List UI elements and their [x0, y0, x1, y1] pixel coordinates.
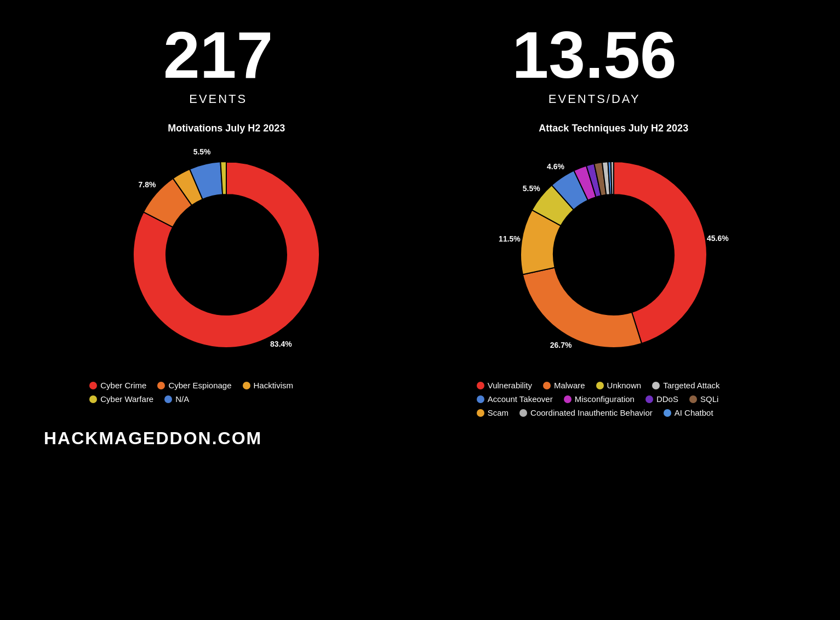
events-stat: 217 EVENTS — [163, 22, 273, 106]
legend-item: N/A — [164, 394, 189, 404]
svg-text:83.4%: 83.4% — [270, 340, 292, 348]
legend-item: Coordinated Inauthentic Behavior — [519, 408, 653, 417]
motivations-donut: 83.4%7.8%5.5% — [111, 140, 341, 370]
legend-label: Unknown — [607, 381, 642, 390]
top-stats: 217 EVENTS 13.56 EVENTS/DAY — [0, 0, 840, 117]
techniques-chart: Attack Techniques July H2 2023 45.6%26.7… — [427, 123, 800, 417]
events-per-day-number: 13.56 — [512, 22, 677, 88]
svg-text:26.7%: 26.7% — [550, 341, 572, 349]
svg-text:5.5%: 5.5% — [193, 147, 211, 156]
events-per-day-label: EVENTS/DAY — [512, 92, 677, 106]
legend-item: Targeted Attack — [652, 381, 719, 390]
svg-text:11.5%: 11.5% — [499, 234, 521, 243]
legend-label: AI Chatbot — [675, 408, 713, 417]
legend-dot — [652, 382, 660, 389]
brand-label: HACKMAGEDDON.COM — [44, 428, 262, 449]
legend-label: Scam — [488, 408, 508, 417]
legend-label: Misconfiguration — [575, 394, 635, 404]
legend-dot — [664, 409, 671, 417]
legend-dot — [564, 395, 572, 403]
legend-dot — [164, 395, 172, 403]
legend-item: AI Chatbot — [664, 408, 713, 417]
legend-label: DDoS — [656, 394, 678, 404]
legend-dot — [243, 382, 250, 389]
legend-item: Cyber Crime — [89, 381, 146, 390]
legend-dot — [519, 409, 527, 417]
legend-item: Scam — [477, 408, 508, 417]
svg-text:7.8%: 7.8% — [139, 180, 156, 189]
legend-item: Cyber Warfare — [89, 394, 153, 404]
legend-item: DDoS — [645, 394, 678, 404]
motivations-chart: Motivations July H2 2023 83.4%7.8%5.5% C… — [40, 123, 413, 404]
techniques-title: Attack Techniques July H2 2023 — [539, 123, 688, 134]
legend-dot — [645, 395, 653, 403]
motivations-legend: Cyber CrimeCyber EspionageHacktivismCybe… — [89, 381, 363, 404]
legend-label: Hacktivism — [254, 381, 294, 390]
legend-item: Account Takeover — [477, 394, 553, 404]
svg-text:45.6%: 45.6% — [707, 234, 729, 243]
legend-dot — [477, 409, 484, 417]
legend-dot — [596, 382, 604, 389]
legend-label: Cyber Warfare — [100, 394, 153, 404]
svg-text:4.6%: 4.6% — [547, 162, 564, 171]
legend-dot — [689, 395, 697, 403]
techniques-legend: VulnerabilityMalwareUnknownTargeted Atta… — [477, 381, 751, 417]
legend-item: SQLi — [689, 394, 718, 404]
events-label: EVENTS — [163, 92, 273, 106]
legend-dot — [477, 382, 484, 389]
legend-item: Hacktivism — [243, 381, 294, 390]
legend-dot — [89, 395, 97, 403]
charts-row: Motivations July H2 2023 83.4%7.8%5.5% C… — [0, 117, 840, 417]
legend-label: Coordinated Inauthentic Behavior — [530, 408, 653, 417]
events-per-day-stat: 13.56 EVENTS/DAY — [512, 22, 677, 106]
motivations-title: Motivations July H2 2023 — [168, 123, 285, 134]
legend-label: Targeted Attack — [663, 381, 719, 390]
legend-item: Vulnerability — [477, 381, 532, 390]
legend-item: Malware — [543, 381, 585, 390]
legend-label: Malware — [554, 381, 585, 390]
legend-label: Account Takeover — [488, 394, 553, 404]
legend-dot — [157, 382, 165, 389]
legend-dot — [543, 382, 551, 389]
legend-dot — [477, 395, 484, 403]
legend-label: Cyber Espionage — [168, 381, 231, 390]
legend-item: Unknown — [596, 381, 642, 390]
legend-item: Misconfiguration — [564, 394, 635, 404]
bottom-row: HACKMAGEDDON.COM — [0, 417, 840, 465]
legend-label: Vulnerability — [488, 381, 532, 390]
techniques-donut: 45.6%26.7%11.5%5.5%4.6% — [499, 140, 729, 370]
events-number: 217 — [163, 22, 273, 88]
svg-text:5.5%: 5.5% — [523, 184, 540, 193]
legend-label: SQLi — [700, 394, 718, 404]
legend-label: N/A — [175, 394, 189, 404]
legend-dot — [89, 382, 97, 389]
legend-label: Cyber Crime — [100, 381, 146, 390]
legend-item: Cyber Espionage — [157, 381, 231, 390]
